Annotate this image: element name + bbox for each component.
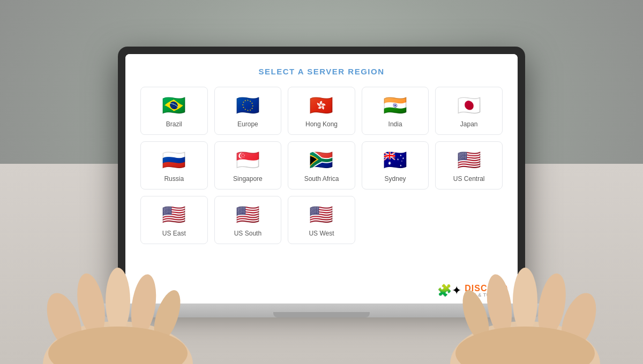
flag-hong_kong: 🇭🇰 xyxy=(309,96,333,115)
region-label-sydney: Sydney xyxy=(385,175,406,183)
flag-europe: 🇪🇺 xyxy=(236,96,260,115)
page-title: SELECT A SERVER REGION xyxy=(140,67,503,76)
region-label-us_east: US East xyxy=(162,230,186,237)
region-card-india[interactable]: 🇮🇳India xyxy=(362,87,429,135)
laptop: SELECT A SERVER REGION 🇧🇷Brazil🇪🇺Europe🇭… xyxy=(102,47,541,317)
laptop-base xyxy=(102,304,541,317)
region-label-hong_kong: Hong Kong xyxy=(305,120,338,128)
region-label-us_west: US West xyxy=(309,230,334,237)
flag-us_east: 🇺🇸 xyxy=(162,205,186,224)
discord-brand-name: DISCORD xyxy=(465,284,509,293)
region-card-us_west[interactable]: 🇺🇸US West xyxy=(288,196,355,244)
region-card-us_south[interactable]: 🇺🇸US South xyxy=(214,196,282,244)
region-label-singapore: Singapore xyxy=(233,175,263,183)
laptop-bezel: SELECT A SERVER REGION 🇧🇷Brazil🇪🇺Europe🇭… xyxy=(125,54,518,304)
region-card-japan[interactable]: 🇯🇵Japan xyxy=(435,87,503,135)
region-label-europe: Europe xyxy=(237,120,258,128)
flag-south_africa: 🇿🇦 xyxy=(309,150,333,170)
flag-singapore: 🇸🇬 xyxy=(236,150,260,170)
flag-us_south: 🇺🇸 xyxy=(236,205,260,224)
discord-subtitle: TIPS & TUTORIAL xyxy=(465,293,509,298)
region-label-russia: Russia xyxy=(164,175,184,183)
region-card-europe[interactable]: 🇪🇺Europe xyxy=(214,87,282,135)
region-label-japan: Japan xyxy=(460,120,478,128)
region-label-south_africa: South Africa xyxy=(304,175,339,183)
region-label-brazil: Brazil xyxy=(166,120,182,128)
puzzle-icon: 🧩✦ xyxy=(437,284,461,298)
flag-sydney: 🇦🇺 xyxy=(383,150,407,170)
region-card-singapore[interactable]: 🇸🇬Singapore xyxy=(214,141,282,189)
region-card-hong_kong[interactable]: 🇭🇰Hong Kong xyxy=(288,87,355,135)
discord-watermark: 🧩✦ DISCORD TIPS & TUTORIAL xyxy=(437,284,509,298)
flag-us_central: 🇺🇸 xyxy=(457,150,481,170)
flag-india: 🇮🇳 xyxy=(383,96,407,115)
laptop-screen-outer: SELECT A SERVER REGION 🇧🇷Brazil🇪🇺Europe🇭… xyxy=(118,47,525,304)
flag-brazil: 🇧🇷 xyxy=(162,96,186,115)
region-label-us_central: US Central xyxy=(453,175,485,183)
flag-japan: 🇯🇵 xyxy=(457,96,481,115)
flag-us_west: 🇺🇸 xyxy=(309,205,333,224)
region-card-russia[interactable]: 🇷🇺Russia xyxy=(140,141,208,189)
flag-russia: 🇷🇺 xyxy=(162,150,186,170)
region-card-us_east[interactable]: 🇺🇸US East xyxy=(140,196,208,244)
region-card-us_central[interactable]: 🇺🇸US Central xyxy=(435,141,503,189)
region-card-brazil[interactable]: 🇧🇷Brazil xyxy=(140,87,208,135)
laptop-screen: SELECT A SERVER REGION 🇧🇷Brazil🇪🇺Europe🇭… xyxy=(125,54,518,304)
regions-grid: 🇧🇷Brazil🇪🇺Europe🇭🇰Hong Kong🇮🇳India🇯🇵Japa… xyxy=(140,87,503,244)
region-card-sydney[interactable]: 🇦🇺Sydney xyxy=(362,141,429,189)
region-label-us_south: US South xyxy=(234,230,261,237)
region-card-south_africa[interactable]: 🇿🇦South Africa xyxy=(288,141,355,189)
discord-text-block: DISCORD TIPS & TUTORIAL xyxy=(465,284,509,298)
discord-ui: SELECT A SERVER REGION 🇧🇷Brazil🇪🇺Europe🇭… xyxy=(125,54,518,304)
region-label-india: India xyxy=(388,120,402,128)
